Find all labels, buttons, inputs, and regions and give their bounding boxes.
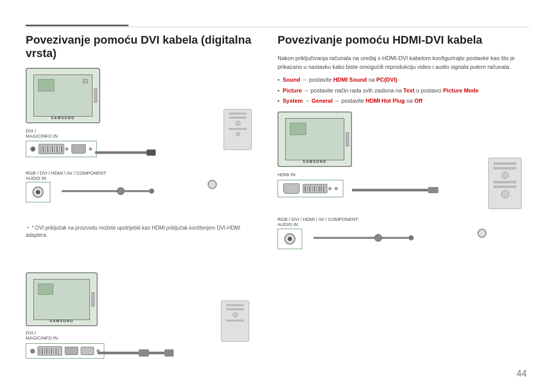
dvi-connector-box-1 <box>26 141 97 157</box>
audio-label-1: RGB / DVI / HDMI / AV / COMPONENT AUDIO … <box>26 171 106 181</box>
svg-rect-9 <box>164 349 174 357</box>
top-rule-thin <box>26 27 529 27</box>
computer-tower-1 <box>224 109 252 150</box>
monitor-1: SAMSUNG <box>26 68 100 123</box>
top-rule-thick <box>26 25 128 26</box>
monitor-2: SAMSUNG <box>26 272 98 326</box>
right-column: Povezivanje pomoću HDMI-DVI kabela Nakon… <box>278 33 529 276</box>
computer-tower-right <box>488 158 522 209</box>
dvi-cable-2 <box>98 347 175 360</box>
monitor-3: SAMSUNG <box>278 111 352 167</box>
audio-label-right: RGB / DVI / HDMI / AV / COMPONENT AUDIO … <box>278 217 358 227</box>
tower-audio-port-1 <box>208 180 217 189</box>
svg-point-3 <box>117 188 124 195</box>
audio-port-box-right <box>278 229 302 249</box>
samsung-logo-3: SAMSUNG <box>303 160 326 163</box>
right-diagram: SAMSUNG HDMI IN <box>278 111 524 276</box>
computer-tower-2 <box>221 301 249 342</box>
bullet-3: • System → General → postavite HDMI Hot … <box>278 97 529 105</box>
svg-point-15 <box>409 235 414 240</box>
left-diagram-1: SAMSUNG DVI / MAGICINFO IN <box>26 68 252 222</box>
audio-port-box-1 <box>26 182 50 202</box>
hdmi-label: HDMI IN <box>278 172 295 177</box>
intro-text: Nakon priključivanja računala na uređaj … <box>278 54 529 71</box>
dvi-label-1: DVI / MAGICINFO IN <box>26 128 58 139</box>
bullet-1: • Sound → postavite HDMI Sound na PC(DVI… <box>278 76 529 84</box>
svg-rect-11 <box>428 187 438 193</box>
bullet-2: • Picture → postavite način rada svih za… <box>278 87 529 95</box>
left-title: Povezivanje pomoću DVI kabela (digitalna… <box>26 33 262 61</box>
dvi-connector-box-2 <box>26 343 104 359</box>
svg-rect-7 <box>139 349 149 357</box>
dvi-cable-1 <box>95 147 157 158</box>
left-diagram-2: SAMSUNG DVI / MAGICINFO IN <box>26 272 252 375</box>
hdmi-connector-box <box>278 180 343 197</box>
hdmi-cable <box>352 185 445 195</box>
page-number: 44 <box>516 368 527 379</box>
audio-cable-1 <box>62 186 164 196</box>
dvi-label-2: DVI / MAGICINFO IN <box>26 330 58 341</box>
svg-point-13 <box>375 234 382 241</box>
samsung-logo-2: SAMSUNG <box>50 319 73 323</box>
audio-cable-right <box>313 233 432 243</box>
right-title: Povezivanje pomoću HDMI-DVI kabela <box>278 33 529 47</box>
footnote-marker: ＊ <box>26 226 30 231</box>
svg-rect-1 <box>146 150 156 156</box>
left-column: Povezivanje pomoću DVI kabela (digitalna… <box>26 33 262 239</box>
bullet-list: • Sound → postavite HDMI Sound na PC(DVI… <box>278 76 529 105</box>
footnote-1: ＊ * DVI priključak na proizvodu možete u… <box>26 225 262 239</box>
samsung-logo-1: SAMSUNG <box>51 116 75 120</box>
tower-audio-right <box>477 229 487 238</box>
page: Povezivanje pomoću DVI kabela (digitalna… <box>0 0 555 392</box>
svg-point-5 <box>149 189 154 194</box>
